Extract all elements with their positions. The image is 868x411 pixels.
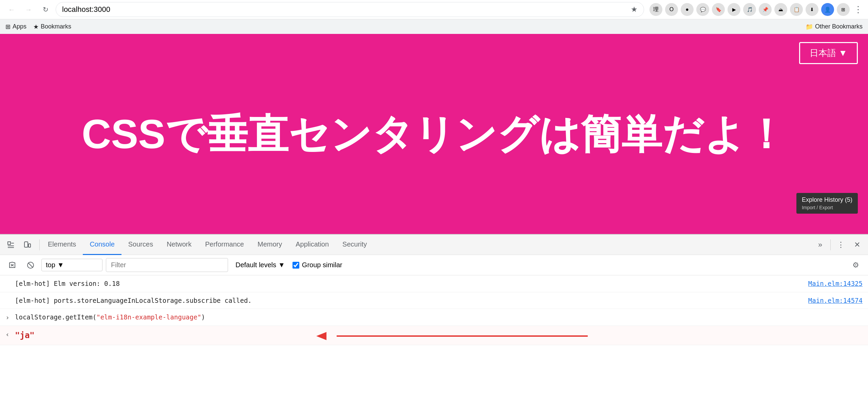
extension-icon-9[interactable]: ⛰ [774, 3, 787, 16]
levels-arrow-icon: ▼ [278, 261, 285, 269]
svg-rect-0 [8, 242, 11, 244]
devtools-tab-bar: Elements Console Sources Network Perform… [0, 235, 868, 255]
forward-button[interactable]: → [21, 2, 36, 17]
levels-selector[interactable]: Default levels ▼ [231, 259, 289, 271]
group-similar-label[interactable]: Group similar [302, 261, 342, 269]
extension-icon-8[interactable]: 📌 [759, 3, 772, 16]
more-tabs-button[interactable]: » [813, 237, 828, 252]
tab-memory[interactable]: Memory [251, 235, 289, 255]
devtools-icon-buttons [3, 237, 35, 252]
address-bar[interactable]: ★ [56, 2, 644, 17]
inspect-element-button[interactable] [3, 237, 18, 252]
folder-icon: 📁 [806, 23, 813, 31]
group-similar-checkbox[interactable] [293, 262, 299, 269]
context-selector[interactable]: top ▼ [41, 259, 102, 271]
tab-performance[interactable]: Performance [199, 235, 251, 255]
console-toolbar: top ▼ Default levels ▼ Group similar ⚙ [0, 255, 868, 275]
apps-grid-icon: ⊞ [5, 23, 11, 31]
clear-console-button[interactable] [5, 258, 20, 273]
red-arrow-icon [41, 331, 863, 341]
webpage: 日本語 ▼ CSSで垂直センタリングは簡単だよ！ Explore History… [0, 34, 868, 234]
console-line-2: [elm-hot] ports.storeLanguageInLocalStor… [0, 292, 868, 309]
other-bookmarks[interactable]: 📁 Other Bookmarks [806, 23, 863, 31]
console-line-1: [elm-hot] Elm version: 0.18 Main.elm:143… [0, 275, 868, 292]
tab-network[interactable]: Network [160, 235, 198, 255]
svg-rect-4 [24, 242, 28, 247]
nav-controls: ← → ↻ [4, 2, 53, 17]
extension-icon-3[interactable]: ● [681, 3, 694, 16]
grid-icon[interactable]: ⊞ [837, 3, 850, 16]
svg-marker-12 [316, 332, 326, 340]
devtools-panel: Elements Console Sources Network Perform… [0, 234, 868, 380]
extension-icon-11[interactable]: ⬇ [806, 3, 818, 16]
extension-icon-1[interactable]: 理 [649, 3, 662, 16]
star-icon: ★ [33, 23, 39, 31]
device-toolbar-button[interactable] [20, 237, 35, 252]
bookmarks-item[interactable]: ★ Bookmarks [33, 23, 71, 31]
bookmarks-label: Bookmarks [41, 23, 71, 30]
console-line-1-link[interactable]: Main.elm:14325 [808, 279, 863, 289]
chrome-menu-button[interactable]: ⋮ [852, 4, 864, 15]
controls-divider [830, 239, 831, 250]
language-button[interactable]: 日本語 ▼ [799, 42, 858, 64]
apps-label: Apps [13, 23, 26, 30]
reload-button[interactable]: ↻ [38, 2, 53, 17]
extension-icon-5[interactable]: 🔖 [712, 3, 725, 16]
block-icon-button[interactable] [23, 258, 38, 273]
account-icon[interactable]: 👤 [821, 3, 834, 16]
devtools-close-button[interactable]: ✕ [850, 237, 865, 252]
webpage-main-content: CSSで垂直センタリングは簡単だよ！ [82, 110, 787, 158]
tab-security[interactable]: Security [336, 235, 374, 255]
console-line-1-text: [elm-hot] Elm version: 0.18 [15, 279, 808, 289]
console-result-text: "ja" [15, 329, 35, 341]
url-input[interactable] [62, 5, 631, 14]
bookmark-bar: ⊞ Apps ★ Bookmarks 📁 Other Bookmarks [0, 19, 868, 34]
browser-chrome: ← → ↻ ★ 理 O ● 💬 🔖 ▶ 🎵 📌 ⛰ 📋 ⬇ 👤 ⊞ ⋮ [0, 0, 868, 34]
extension-icon-10[interactable]: 📋 [790, 3, 803, 16]
tab-divider [39, 239, 40, 250]
webpage-title: CSSで垂直センタリングは簡単だよ！ [82, 110, 787, 158]
console-line-3: localStorage.getItem("elm-i18n-example-l… [0, 309, 868, 326]
tab-bar: ← → ↻ ★ 理 O ● 💬 🔖 ▶ 🎵 📌 ⛰ 📋 ⬇ 👤 ⊞ ⋮ [0, 0, 868, 19]
svg-line-10 [28, 263, 33, 268]
console-filter-input[interactable] [106, 258, 228, 272]
dropdown-arrow-icon: ▼ [57, 261, 64, 269]
console-line-3-text: localStorage.getItem("elm-i18n-example-l… [15, 312, 863, 322]
console-settings-button[interactable]: ⚙ [848, 258, 863, 273]
tab-elements[interactable]: Elements [41, 235, 83, 255]
console-line-2-link[interactable]: Main.elm:14574 [808, 296, 863, 306]
apps-bookmark[interactable]: ⊞ Apps [5, 23, 26, 31]
devtools-more-controls: » ⋮ ✕ [813, 237, 865, 252]
extension-icon-6[interactable]: ▶ [728, 3, 740, 16]
bookmark-star-icon[interactable]: ★ [631, 5, 638, 14]
extension-icon-4[interactable]: 💬 [696, 3, 709, 16]
svg-rect-5 [29, 244, 31, 247]
tab-sources[interactable]: Sources [121, 235, 160, 255]
devtools-settings-button[interactable]: ⋮ [833, 237, 848, 252]
group-similar-control: Group similar [293, 261, 342, 269]
tab-console[interactable]: Console [83, 235, 121, 255]
extension-icon-7[interactable]: 🎵 [743, 3, 756, 16]
console-line-4: "ja" [0, 326, 868, 345]
tab-application[interactable]: Application [289, 235, 336, 255]
console-line-2-text: [elm-hot] ports.storeLanguageInLocalStor… [15, 296, 808, 306]
back-button[interactable]: ← [4, 2, 19, 17]
explore-history-tooltip: Explore History (5) Import / Export [796, 193, 858, 214]
extension-icon-2[interactable]: O [665, 3, 678, 16]
other-bookmarks-label: Other Bookmarks [815, 23, 863, 30]
console-output: [elm-hot] Elm version: 0.18 Main.elm:143… [0, 275, 868, 380]
